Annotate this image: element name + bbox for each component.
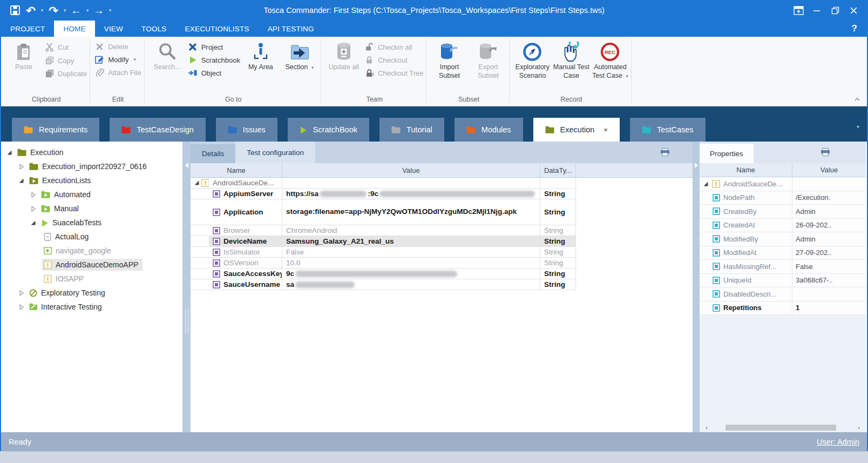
expander-open-icon[interactable] bbox=[18, 178, 28, 184]
workspace-tab-modules[interactable]: Modules bbox=[455, 118, 523, 142]
ribbon-button-scratchbook[interactable]: Scratchbook bbox=[188, 56, 240, 64]
collapse-left-icon[interactable] bbox=[185, 162, 189, 169]
ribbon-button-search[interactable]: Search... bbox=[148, 38, 187, 72]
expander-closed-icon[interactable] bbox=[30, 192, 39, 198]
tab-details[interactable]: Details bbox=[191, 144, 235, 163]
property-row-createdby[interactable]: CreatedByAdmin bbox=[700, 205, 866, 219]
tab-properties[interactable]: Properties bbox=[700, 144, 754, 163]
ribbon-button-checkin-all[interactable]: Checkin all bbox=[364, 43, 424, 51]
ribbon-button-project[interactable]: Project bbox=[188, 43, 240, 51]
back-dropdown-icon[interactable]: ▾ bbox=[84, 8, 91, 13]
ribbon-button-delete[interactable]: Delete bbox=[94, 43, 141, 51]
config-row-appiumserver[interactable]: AppiumServerhttps://sa:9cString bbox=[191, 189, 693, 199]
config-row-devicename[interactable]: DeviceNameSamsung_Galaxy_A21_real_usStri… bbox=[191, 236, 693, 247]
config-row-sauceaccesskey[interactable]: SauceAccessKey9cString bbox=[191, 269, 693, 279]
tree-item-interactive-testing[interactable]: Interactive Testing bbox=[2, 300, 182, 314]
ribbon-button-attach-file[interactable]: Attach File bbox=[94, 68, 141, 77]
workspace-tab-testcasedesign[interactable]: TestCaseDesign bbox=[110, 118, 206, 142]
collapse-ribbon-icon[interactable] bbox=[854, 97, 860, 102]
undo-button[interactable]: ↶ bbox=[23, 3, 38, 18]
save-button[interactable] bbox=[8, 3, 23, 18]
user-link[interactable]: User: Admin bbox=[817, 438, 859, 446]
close-tab-icon[interactable]: × bbox=[603, 126, 608, 134]
close-button[interactable] bbox=[845, 3, 862, 17]
ribbon-button-paste[interactable]: Paste bbox=[4, 38, 43, 72]
expander-closed-icon[interactable] bbox=[30, 206, 39, 212]
config-row-browser[interactable]: BrowserChromeAndroidString bbox=[191, 225, 693, 236]
ribbon-button-update-all[interactable]: Update all bbox=[324, 38, 363, 72]
config-row-issimulator[interactable]: IsSimulatorFalseString bbox=[191, 247, 693, 258]
tree-item-suacelabtests[interactable]: SuacelabTests bbox=[2, 216, 182, 230]
ribbon-button-cut[interactable]: Cut bbox=[44, 43, 87, 52]
workspace-tab-tutorial[interactable]: Tutorial bbox=[379, 118, 444, 142]
ribbon-button-import-subset[interactable]: Import Subset bbox=[430, 38, 469, 80]
ribbon-button-checkout[interactable]: Checkout bbox=[364, 56, 424, 64]
expander-open-icon[interactable] bbox=[194, 180, 200, 186]
expander-open-icon[interactable] bbox=[30, 220, 39, 226]
property-row-androidsaucede-[interactable]: !AndroidSauceDe... bbox=[700, 177, 866, 191]
ribbon-display-options-button[interactable] bbox=[790, 3, 806, 17]
config-row-application[interactable]: Applicationstorage:filename=app-NjMyY2Qw… bbox=[191, 199, 693, 225]
workspace-tab-testcases[interactable]: TestCases bbox=[630, 118, 706, 142]
left-splitter[interactable] bbox=[182, 142, 191, 432]
property-row-repetitions[interactable]: Repetitions1 bbox=[700, 301, 866, 316]
property-row-hasmissingref-[interactable]: HasMissingRef...False bbox=[700, 260, 866, 274]
tree-item-automated[interactable]: Automated bbox=[2, 187, 182, 202]
expander-open-icon[interactable] bbox=[703, 181, 709, 187]
expander-closed-icon[interactable] bbox=[18, 304, 28, 310]
splitter-grip[interactable] bbox=[185, 309, 188, 334]
property-row-disableddescri-[interactable]: DisabledDescri... bbox=[700, 287, 866, 301]
redo-dropdown-icon[interactable]: ▾ bbox=[62, 8, 68, 13]
printer-icon[interactable] bbox=[660, 148, 670, 156]
column-header-name[interactable]: Name bbox=[700, 163, 792, 177]
expander-closed-icon[interactable] bbox=[18, 164, 28, 170]
workspace-tab-issues[interactable]: Issues bbox=[216, 118, 277, 142]
ribbon-button-checkout-tree[interactable]: Checkout Tree bbox=[364, 69, 424, 77]
config-row-androidsaucede-[interactable]: !AndroidSauceDe... bbox=[191, 178, 693, 189]
property-row-modifiedby[interactable]: ModifiedByAdmin bbox=[700, 232, 866, 246]
ribbon-button-duplicate[interactable]: Duplicate bbox=[44, 69, 87, 78]
expander-closed-icon[interactable] bbox=[18, 290, 28, 296]
menu-tab-api-testing[interactable]: API TESTING bbox=[259, 21, 323, 37]
workspace-tab-scratchbook[interactable]: ScratchBook bbox=[288, 118, 369, 142]
minimize-button[interactable] bbox=[809, 3, 825, 17]
printer-icon[interactable] bbox=[820, 148, 830, 156]
collapse-right-icon[interactable] bbox=[694, 162, 699, 169]
column-header-value[interactable]: Value bbox=[792, 163, 866, 177]
tree-item-execution-import220927-0616[interactable]: Execution_import220927_0616 bbox=[2, 159, 182, 173]
ribbon-button-object[interactable]: Object bbox=[188, 69, 240, 77]
scroll-left-icon[interactable]: ‹ bbox=[702, 424, 711, 431]
workspace-tab-requirements[interactable]: Requirements bbox=[12, 118, 99, 142]
right-splitter[interactable] bbox=[693, 142, 700, 432]
ribbon-button-section[interactable]: Section ▾ bbox=[280, 38, 319, 72]
tab-test-configuration[interactable]: Test configuration bbox=[235, 142, 315, 163]
menu-tab-tools[interactable]: TOOLS bbox=[132, 21, 176, 37]
tree-item-androidsaucedemoapp[interactable]: !AndroidSauceDemoAPP bbox=[2, 258, 182, 272]
back-button[interactable]: ← bbox=[69, 3, 84, 18]
ribbon-button-exploratory-scenario[interactable]: Exploratory Scenario bbox=[513, 38, 552, 80]
ribbon-button-automated-test-case[interactable]: RECAutomated Test Case ▾ bbox=[591, 38, 629, 80]
property-row-modifiedat[interactable]: ModifiedAt27-09-202.. bbox=[700, 246, 866, 260]
ribbon-button-my-area[interactable]: My Area bbox=[241, 38, 280, 72]
expander-open-icon[interactable] bbox=[6, 150, 16, 156]
tree-item-navigate-google[interactable]: navigate_google bbox=[2, 244, 182, 258]
help-button[interactable]: ? bbox=[852, 21, 857, 37]
scroll-right-icon[interactable]: › bbox=[854, 424, 864, 431]
workspace-tab-execution[interactable]: Execution× bbox=[533, 118, 620, 142]
restore-button[interactable] bbox=[827, 3, 843, 17]
tree-item-execution[interactable]: Execution bbox=[2, 145, 182, 159]
scroll-thumb[interactable] bbox=[725, 425, 836, 431]
config-row-sauceusername[interactable]: SauceUsernamesaString bbox=[191, 279, 693, 290]
tree-item-iosapp[interactable]: !IOSAPP bbox=[2, 272, 182, 286]
ribbon-button-copy[interactable]: Copy bbox=[44, 56, 87, 65]
forward-dropdown-icon[interactable]: ▾ bbox=[107, 8, 113, 13]
tab-overflow-icon[interactable]: ▾ bbox=[857, 124, 859, 130]
menu-tab-executionlists[interactable]: EXECUTIONLISTS bbox=[176, 21, 259, 37]
property-row-createdat[interactable]: CreatedAt26-09-202.. bbox=[700, 219, 866, 233]
properties-hscrollbar[interactable]: ‹ › bbox=[702, 424, 864, 431]
tree-item-executionlists[interactable]: ExecutionLists bbox=[2, 173, 182, 187]
tree-item-exploratory-testing[interactable]: Exploratory Testing bbox=[2, 286, 182, 300]
column-header-value[interactable]: Value bbox=[282, 163, 540, 177]
redo-button[interactable]: ↷ bbox=[46, 3, 61, 18]
column-header-datatype[interactable]: DataTy... bbox=[540, 163, 576, 177]
